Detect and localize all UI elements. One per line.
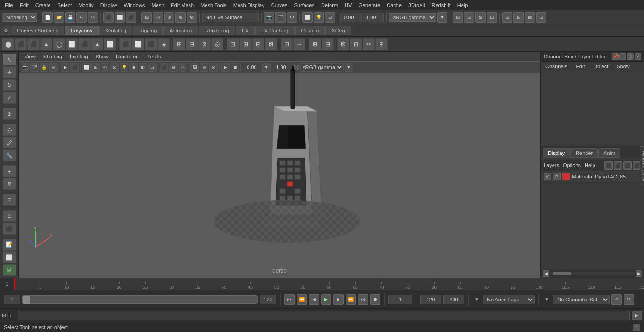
current-time-input[interactable] [388, 295, 412, 304]
vp-img-plane-btn[interactable]: 🖼 [190, 63, 199, 72]
layer-visible-btn[interactable]: V [544, 173, 551, 180]
gamma-down-btn[interactable]: ▼ [437, 12, 447, 23]
gamma-selector[interactable]: sRGB gamma [389, 13, 436, 22]
timeline-playhead[interactable] [14, 278, 15, 290]
offset-x-input[interactable] [340, 13, 362, 22]
layer-play-btn[interactable]: P [553, 173, 561, 180]
light-btn[interactable]: 💡 [314, 12, 324, 23]
char-set-select[interactable]: No Character Set [553, 295, 610, 304]
layers-options-menu[interactable]: Layers [544, 162, 559, 168]
snap-live-btn[interactable]: ⊘ [187, 12, 197, 23]
menu-windows[interactable]: Windows [121, 1, 148, 9]
tab-fx-caching[interactable]: FX Caching [255, 26, 294, 35]
scroll-right-btn[interactable]: ▶ [636, 270, 642, 277]
paste-layout-btn[interactable]: ⊠ [475, 12, 486, 23]
vp-grid2-btn[interactable]: ⊞ [169, 63, 178, 72]
vp-hud-btn[interactable]: ⊡ [148, 63, 157, 72]
rph-maximize-btn[interactable]: □ [627, 53, 634, 60]
vp-renderer-menu[interactable]: Renderer [114, 53, 140, 60]
vp-edge-btn[interactable]: ⊠ [110, 63, 119, 72]
edge-loop-btn[interactable]: ⊡ [227, 38, 239, 50]
rt-tab-render[interactable]: Render [570, 148, 598, 158]
pyramid-icon-btn[interactable]: ▲ [91, 38, 103, 50]
tab-sculpting[interactable]: Sculpting [99, 26, 132, 35]
rotate-tool-btn[interactable]: ↻ [3, 79, 16, 91]
playback-slider-thumb[interactable] [23, 296, 30, 304]
vp-lock-btn[interactable]: 🔒 [40, 63, 48, 72]
playback-range-slider[interactable] [22, 295, 258, 304]
crease-btn[interactable]: ⊟ [3, 210, 16, 222]
pipe-icon-btn[interactable]: ⬜ [104, 38, 116, 50]
boolean-btn[interactable]: ⊠ [198, 38, 211, 50]
rt-tab-display[interactable]: Display [543, 148, 570, 158]
vp-cam-btn[interactable]: 📷 [21, 63, 29, 72]
open-file-btn[interactable]: 📂 [54, 12, 64, 23]
vp-lighting-menu[interactable]: Lighting [68, 53, 90, 60]
tab-settings-btn[interactable]: ⚙ [1, 26, 10, 35]
tab-xgen[interactable]: XGen [325, 26, 351, 35]
rph-minimize-btn[interactable]: ─ [619, 53, 626, 60]
tab-rendering[interactable]: Rendering [199, 26, 235, 35]
anim-end-input[interactable] [420, 295, 441, 304]
vp-manip-btn[interactable]: ⊕ [200, 63, 208, 72]
vp-light2-btn[interactable]: 💡 [120, 63, 128, 72]
prev-frame-btn[interactable]: ◀ [309, 294, 319, 305]
menu-3dtoall[interactable]: 3DtoAll [405, 1, 428, 9]
cylinder-icon-btn[interactable]: ⬛ [27, 38, 40, 50]
menu-file[interactable]: File [2, 1, 16, 9]
save-file-btn[interactable]: 💾 [65, 12, 75, 23]
cam-view-btn[interactable]: 📷 [264, 12, 274, 23]
mode-selector[interactable]: Modeling [2, 13, 37, 22]
menu-deform[interactable]: Deform [318, 1, 341, 9]
undo-btn[interactable]: ↩ [76, 12, 87, 23]
fill-hole-btn[interactable]: ⬛ [145, 38, 157, 50]
tab-curves-surfaces[interactable]: Curves / Surfaces [11, 26, 64, 35]
record-btn[interactable]: ⏺ [370, 294, 380, 305]
scale-tool-btn[interactable]: ⤢ [3, 92, 16, 104]
vp-joint-btn[interactable]: ⊗ [209, 63, 218, 72]
new-file-btn[interactable]: 📄 [42, 12, 53, 23]
timeline-track[interactable]: 5101520253035404550556065707580859095100… [14, 278, 644, 290]
vp-xray-btn[interactable]: ◎ [101, 63, 109, 72]
universal-tool-btn[interactable]: ⊕ [3, 108, 16, 120]
menu-surfaces[interactable]: Surfaces [291, 1, 317, 9]
retopo-btn[interactable]: ⊟ [322, 38, 334, 50]
layer-item-0[interactable]: V P Motorola_DynaTAC_85 [541, 171, 644, 183]
auto-key-btn[interactable]: AK [624, 294, 634, 305]
ch-tab-channels[interactable]: Channels [542, 63, 571, 70]
extrude-icon-btn[interactable]: ⬛ [119, 38, 132, 50]
ch-tab-edit[interactable]: Edit [572, 63, 588, 70]
paint-btn2[interactable]: 🖊 [3, 137, 16, 148]
layers-options-help[interactable]: Help [585, 162, 595, 168]
fullscreen-btn[interactable]: ⊠ [525, 12, 535, 23]
layers-options-opt[interactable]: Options [563, 162, 581, 168]
select-mode-btn[interactable]: ⬛ [103, 12, 114, 23]
flip-btn[interactable]: ↔ [293, 38, 305, 50]
char-set-settings-btn[interactable]: ⚙ [611, 294, 622, 305]
copy-layout-btn[interactable]: ⊟ [464, 12, 474, 23]
start-frame-input[interactable] [4, 295, 20, 304]
mirror-btn[interactable]: ⊡ [281, 38, 293, 50]
vp-iso-btn[interactable]: ⬛ [160, 63, 168, 72]
extra-btn[interactable]: ⊡ [487, 12, 497, 23]
rph-pin-btn[interactable]: 📌 [612, 53, 619, 60]
vp-view-menu[interactable]: View [23, 53, 38, 60]
rt-tab-anim[interactable]: Anim [598, 148, 620, 158]
annotation-btn[interactable]: 📝 [3, 239, 16, 251]
smooth-btn[interactable]: ◎ [211, 38, 223, 50]
menu-display[interactable]: Display [98, 1, 120, 9]
layout-btn[interactable]: ⊞ [453, 12, 463, 23]
vp-subdiv-btn[interactable]: ◎ [179, 63, 187, 72]
menu-redshift[interactable]: Redshift [429, 1, 453, 9]
show-manip-btn[interactable]: ⊡ [3, 194, 16, 206]
snap-grid-btn[interactable]: ⊞ [141, 12, 152, 23]
disk-icon-btn[interactable]: ⬛ [78, 38, 91, 50]
end-frame-input[interactable] [260, 295, 276, 304]
play-fwd-btn[interactable]: ▶ [321, 294, 331, 305]
vp-panels-menu[interactable]: Panels [143, 53, 163, 60]
wire-btn[interactable]: ⊞ [325, 12, 335, 23]
cube-icon-btn[interactable]: ⬛ [15, 38, 27, 50]
torus-icon-btn[interactable]: ◯ [53, 38, 65, 50]
layer-add-btn[interactable]: ⬛ [604, 161, 613, 170]
xray-btn[interactable]: ⬜ [3, 251, 16, 263]
